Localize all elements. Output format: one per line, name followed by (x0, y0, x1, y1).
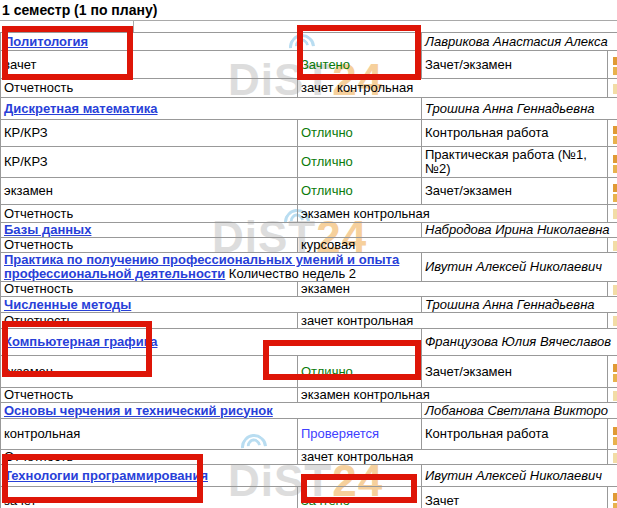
clipped-column (608, 450, 617, 465)
assessment-type: Контрольная работа (422, 120, 608, 147)
course-block: Базы данныхНабродова Ирина НиколаевнаОтч… (0, 222, 617, 253)
grade-value: Проверяется (298, 419, 422, 450)
report-value: экзамен контрольная (298, 205, 608, 223)
clipped-column (608, 282, 617, 297)
grades-table-area: ПолитологияЛаврикова Анастасия Алексазач… (0, 32, 617, 508)
control-type: КР/КРЗ (1, 147, 298, 178)
teacher-name: Французова Юлия Вячеславов (422, 329, 617, 356)
course-title-row: Дискретная математикаТрошина Анна Геннад… (1, 98, 617, 120)
clipped-column (608, 205, 617, 223)
report-value: зачет контрольная (298, 79, 608, 98)
grade-row: КР/КРЗОтличноКонтрольная работа (1, 120, 617, 147)
assessment-type: Зачет/экзамен (422, 178, 608, 205)
clipped-column (608, 238, 617, 253)
report-row: Отчетностьзачет контрольная (1, 79, 617, 98)
control-type: контрольная (1, 419, 298, 450)
semester-grades-page: 1 семестр (1 по плану) DiST24 DiST24 DiS… (0, 0, 617, 508)
course-title-row: Базы данныхНабродова Ирина Николаевна (1, 223, 617, 238)
teacher-name: Лобанова Светлана Викторо (422, 403, 617, 419)
report-value: курсовая (298, 238, 608, 253)
report-label: Отчетность (1, 205, 298, 223)
control-type: КР/КРЗ (1, 120, 298, 147)
clipped-column (608, 120, 617, 147)
teacher-name: Трошина Анна Геннадьевна (422, 98, 617, 120)
report-row: Отчетностьэкзамен (1, 282, 617, 297)
course-block: Практика по получению профессиональных у… (0, 252, 617, 297)
clipped-column (608, 178, 617, 205)
teacher-name: Лаврикова Анастасия Алекса (422, 33, 617, 51)
report-label: Отчетность (1, 388, 298, 403)
header-divider-line (0, 20, 617, 21)
course-title-row: Численные методыТрошина Анна Геннадьевна (1, 297, 617, 313)
report-value: зачет контрольная (298, 450, 608, 465)
report-row: Отчетностьэкзамен контрольная (1, 205, 617, 223)
grade-row: экзаменОтличноЗачет/экзамен (1, 178, 617, 205)
course-block: Дискретная математикаТрошина Анна Геннад… (0, 97, 617, 223)
course-title-row: Практика по получению профессиональных у… (1, 253, 617, 282)
grade-value: Отлично (298, 147, 422, 178)
report-value: экзамен (298, 282, 608, 297)
annotation-box-zachteno-top (297, 25, 421, 80)
course-link[interactable]: Базы данных (4, 223, 91, 238)
clipped-column (608, 388, 617, 403)
clipped-column (608, 487, 617, 508)
page-title: 1 семестр (1 по плану) (2, 2, 157, 18)
annotation-box-zachteno-bottom (301, 474, 417, 503)
course-title-cell: Базы данных (1, 223, 422, 238)
report-value: экзамен контрольная (298, 388, 608, 403)
annotation-box-komp-grafika (2, 321, 152, 377)
report-row: Отчетностьэкзамен контрольная (1, 388, 617, 403)
assessment-type: Зачет (422, 487, 608, 508)
header-divider-tick (133, 20, 134, 32)
report-row: Отчетностькурсовая (1, 238, 617, 253)
assessment-type: Зачет/экзамен (422, 51, 608, 79)
course-title-cell: Дискретная математика (1, 98, 422, 120)
assessment-type: Контрольная работа (422, 419, 608, 450)
course-link[interactable]: Дискретная математика (4, 101, 158, 116)
grade-value: Отлично (298, 178, 422, 205)
clipped-column (608, 356, 617, 388)
course-title-row: Основы черчения и технический рисунокЛоб… (1, 403, 617, 419)
grade-row: контрольнаяПроверяетсяКонтрольная работа (1, 419, 617, 450)
annotation-box-otlichno (263, 340, 421, 380)
clipped-column (608, 79, 617, 98)
clipped-column (608, 147, 617, 178)
report-label: Отчетность (1, 79, 298, 98)
teacher-name: Ивутин Алексей Николаевич (422, 465, 617, 487)
assessment-type: Практическая работа (№1, №2) (422, 147, 608, 178)
grade-row: КР/КРЗОтличноПрактическая работа (№1, №2… (1, 147, 617, 178)
grade-value: Отлично (298, 120, 422, 147)
annotation-box-politologia (2, 26, 133, 80)
report-label: Отчетность (1, 238, 298, 253)
assessment-type: Зачет/экзамен (422, 356, 608, 388)
control-type: экзамен (1, 178, 298, 205)
teacher-name: Трошина Анна Геннадьевна (422, 297, 617, 313)
clipped-column (608, 419, 617, 450)
teacher-name: Набродова Ирина Николаевна (422, 223, 617, 238)
annotation-box-tehnologii (2, 454, 203, 503)
report-value: зачет контрольная (298, 313, 608, 329)
report-label: Отчетность (1, 282, 298, 297)
course-link[interactable]: Основы черчения и технический рисунок (4, 403, 273, 418)
clipped-column (608, 313, 617, 329)
course-title-cell: Основы черчения и технический рисунок (1, 403, 422, 419)
clipped-column (608, 51, 617, 79)
course-title-cell: Практика по получению профессиональных у… (1, 253, 422, 282)
teacher-name: Ивутин Алексей Николаевич (422, 253, 617, 282)
course-title-cell: Численные методы (1, 297, 422, 313)
course-suffix: Количество недель 2 (225, 266, 356, 281)
course-link[interactable]: Численные методы (4, 297, 131, 312)
